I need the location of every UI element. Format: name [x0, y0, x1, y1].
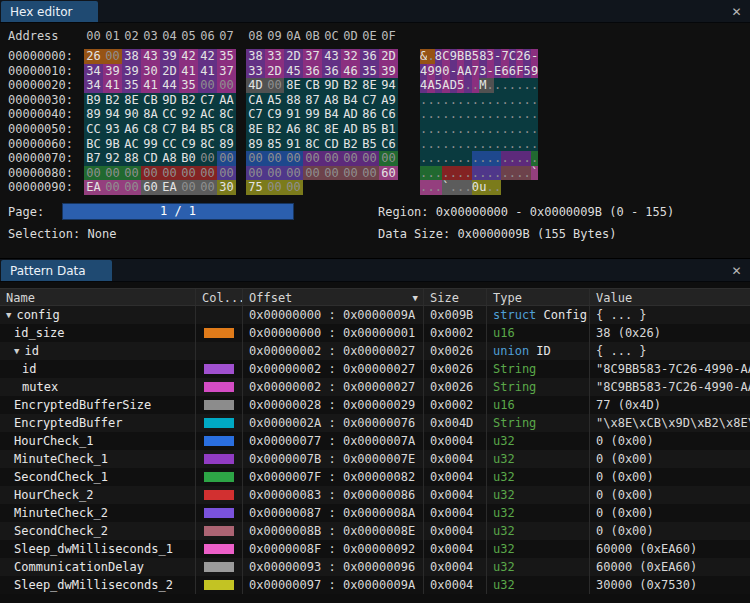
hex-byte[interactable]: B7 — [84, 151, 103, 166]
hex-byte[interactable]: 99 — [141, 137, 160, 152]
pattern-row[interactable]: ▼config0x00000000 : 0x0000009A0x009Bstru… — [0, 306, 750, 324]
hex-byte[interactable]: 00 — [103, 166, 122, 181]
hex-ascii-char[interactable]: . — [479, 93, 486, 108]
hex-ascii-char[interactable]: . — [501, 166, 508, 181]
hex-ascii-char[interactable]: . — [450, 93, 457, 108]
hex-byte[interactable]: 4D — [246, 78, 265, 93]
hex-ascii-char[interactable]: . — [487, 137, 494, 152]
hex-ascii-char[interactable]: 5 — [435, 78, 442, 93]
hex-byte[interactable]: 43 — [141, 49, 160, 64]
hex-byte[interactable]: C9 — [179, 137, 198, 152]
hex-byte[interactable]: CC — [160, 107, 179, 122]
hex-ascii-char[interactable]: & — [420, 49, 427, 64]
hex-byte[interactable]: CD — [141, 151, 160, 166]
hex-byte[interactable]: 60 — [379, 166, 398, 181]
hex-ascii-char[interactable]: 0 — [442, 64, 449, 79]
hex-ascii-char[interactable]: . — [450, 122, 457, 137]
hex-byte[interactable]: B2 — [341, 137, 360, 152]
hex-byte[interactable]: B4 — [341, 93, 360, 108]
hex-byte[interactable]: 8C — [303, 122, 322, 137]
hex-byte[interactable]: 8E — [284, 78, 303, 93]
hex-ascii-char[interactable]: 3 — [487, 49, 494, 64]
hex-ascii-char[interactable]: . — [442, 107, 449, 122]
hex-ascii-char[interactable]: . — [472, 93, 479, 108]
tab-pattern-data[interactable]: Pattern Data — [1, 260, 112, 281]
hex-byte[interactable]: B4 — [179, 122, 198, 137]
hex-ascii-char[interactable]: 6 — [501, 64, 508, 79]
hex-byte[interactable]: 8C — [303, 137, 322, 152]
hex-ascii-char[interactable]: . — [531, 93, 538, 108]
hex-ascii-char[interactable]: . — [523, 107, 530, 122]
hex-ascii-char[interactable]: . — [479, 122, 486, 137]
hex-byte[interactable]: 86 — [360, 107, 379, 122]
hex-ascii-char[interactable]: 8 — [435, 49, 442, 64]
hex-ascii-char[interactable]: 6 — [509, 64, 516, 79]
hex-byte[interactable]: 00 — [198, 151, 217, 166]
hex-byte[interactable]: 9B — [103, 137, 122, 152]
page-slider[interactable]: 1 / 1 — [62, 203, 294, 220]
hex-byte[interactable]: 00 — [303, 166, 322, 181]
hex-byte[interactable]: C7 — [360, 93, 379, 108]
hex-ascii-char[interactable]: . — [523, 151, 530, 166]
hex-ascii-char[interactable]: . — [427, 151, 434, 166]
pattern-row[interactable]: CommunicationDelay0x00000093 : 0x0000009… — [0, 558, 750, 576]
hex-ascii-char[interactable]: . — [487, 166, 494, 181]
hex-byte[interactable]: 2D — [160, 64, 179, 79]
hex-ascii-char[interactable]: . — [435, 166, 442, 181]
hex-byte[interactable]: 39 — [122, 64, 141, 79]
hex-byte[interactable]: CC — [160, 137, 179, 152]
hex-ascii-char[interactable]: . — [442, 93, 449, 108]
hex-ascii-char[interactable]: . — [494, 180, 501, 195]
hex-ascii-char[interactable]: . — [472, 107, 479, 122]
hex-byte[interactable]: 00 — [122, 180, 141, 195]
hex-byte[interactable]: 8C — [198, 137, 217, 152]
hex-byte[interactable]: 42 — [179, 49, 198, 64]
hex-byte[interactable]: 41 — [198, 64, 217, 79]
hex-ascii-char[interactable]: . — [420, 151, 427, 166]
column-header-size[interactable]: Size — [424, 289, 487, 305]
hex-byte[interactable]: 91 — [284, 137, 303, 152]
hex-ascii-char[interactable]: . — [420, 122, 427, 137]
hex-ascii-char[interactable]: . — [427, 166, 434, 181]
pattern-row[interactable]: MinuteCheck_10x0000007B : 0x0000007E0x00… — [0, 450, 750, 468]
hex-byte[interactable]: 00 — [179, 166, 198, 181]
hex-ascii-char[interactable]: 4 — [420, 78, 427, 93]
hex-ascii-char[interactable]: 6 — [523, 49, 530, 64]
hex-byte[interactable]: C9 — [265, 107, 284, 122]
hex-byte[interactable]: 00 — [217, 78, 236, 93]
hex-ascii-char[interactable]: . — [457, 166, 464, 181]
column-header-color[interactable]: Col... — [196, 289, 243, 305]
hex-ascii-char[interactable]: . — [420, 107, 427, 122]
pattern-row[interactable]: ▼id0x00000002 : 0x000000270x0026union ID… — [0, 342, 750, 360]
hex-ascii-char[interactable]: . — [487, 78, 494, 93]
hex-byte[interactable]: 00 — [303, 151, 322, 166]
hex-byte[interactable]: 60 — [141, 180, 160, 195]
hex-ascii-char[interactable]: . — [494, 137, 501, 152]
hex-ascii-char[interactable]: A — [464, 64, 471, 79]
hex-ascii-char[interactable]: . — [509, 166, 516, 181]
pattern-row[interactable]: MinuteCheck_20x00000087 : 0x0000008A0x00… — [0, 504, 750, 522]
hex-byte[interactable]: AC — [198, 107, 217, 122]
hex-byte[interactable]: 00 — [179, 180, 198, 195]
hex-byte[interactable]: CC — [84, 122, 103, 137]
hex-ascii-char[interactable]: . — [427, 49, 434, 64]
hex-ascii-char[interactable]: C — [442, 49, 449, 64]
hex-byte[interactable]: 38 — [246, 49, 265, 64]
hex-byte[interactable]: 75 — [246, 180, 265, 195]
hex-ascii-char[interactable]: . — [427, 93, 434, 108]
hex-byte[interactable]: BC — [84, 137, 103, 152]
hex-ascii-char[interactable]: . — [427, 180, 434, 195]
hex-byte[interactable]: 8A — [141, 107, 160, 122]
hex-ascii-char[interactable]: . — [457, 93, 464, 108]
hex-byte[interactable]: CB — [303, 78, 322, 93]
pattern-row[interactable]: HourCheck_10x00000077 : 0x0000007A0x0004… — [0, 432, 750, 450]
hex-ascii-char[interactable]: F — [516, 64, 523, 79]
hex-byte[interactable]: B5 — [360, 122, 379, 137]
hex-ascii-char[interactable]: C — [509, 49, 516, 64]
hex-byte[interactable]: B5 — [360, 137, 379, 152]
hex-ascii-char[interactable]: . — [494, 107, 501, 122]
hex-byte[interactable]: 00 — [217, 166, 236, 181]
hex-byte[interactable]: 00 — [103, 49, 122, 64]
hex-ascii-char[interactable]: . — [464, 122, 471, 137]
hex-ascii-char[interactable]: 9 — [435, 64, 442, 79]
